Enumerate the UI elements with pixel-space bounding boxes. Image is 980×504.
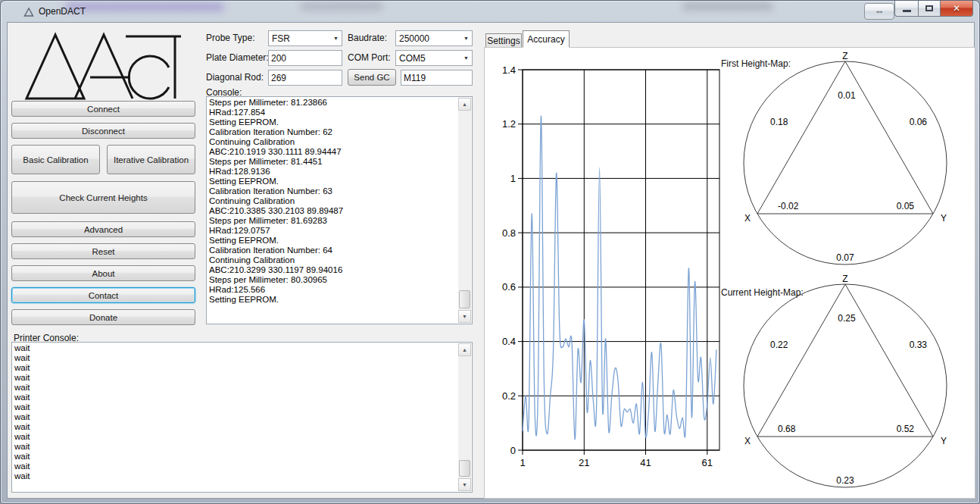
svg-text:61: 61 [702,457,713,468]
svg-text:1.2: 1.2 [502,118,516,130]
scroll-down-icon[interactable]: ▼ [458,478,471,491]
map1-value-right: 0.06 [910,117,928,127]
svg-text:1: 1 [510,173,516,184]
caption-buttons: ✕ [894,1,973,17]
svg-text:0.4: 0.4 [502,336,516,347]
printer-console-output[interactable]: wait wait wait wait wait wait wait wait … [11,342,473,493]
maximize-icon [925,5,933,11]
svg-text:0.8: 0.8 [502,227,516,239]
map1-vertex-z: Z [842,52,847,61]
tab-accuracy[interactable]: Accuracy [523,30,570,48]
close-button[interactable]: ✕ [940,1,973,17]
map1-value-top: 0.01 [838,90,856,101]
map2-value-left: 0.22 [770,340,788,350]
tab-settings[interactable]: Settings [485,33,522,48]
resize-arrows-icon: ⇔ [875,5,885,17]
window-title: OpenDACT [39,6,86,17]
minimize-icon [903,10,911,12]
scroll-up-icon[interactable]: ▲ [458,343,471,356]
svg-text:1: 1 [520,457,525,468]
console-text: Steps per Millimeter: 81.23866 HRad:127.… [209,98,457,323]
map2-value-right: 0.33 [910,340,928,350]
map1-vertex-y: Y [941,213,947,224]
first-height-map: Z X Y 0.01 0.18 0.06 -0.02 0.05 0.07 [740,52,960,273]
svg-text:41: 41 [640,457,651,468]
minimize-button[interactable] [894,1,918,17]
accuracy-chart: 00.20.40.60.811.21.41214161 [490,49,732,484]
com-port-value: COM5 [399,53,426,64]
plate-diameter-label: Plate Diameter: [206,52,269,63]
map1-vertex-x: X [744,213,751,224]
dropdown-arrow-icon: ▼ [463,55,469,61]
svg-text:0.2: 0.2 [502,390,516,402]
console-scrollbar-thumb[interactable] [459,290,470,308]
map2-value-bottom-right: 0.52 [897,424,915,434]
about-button[interactable]: About [11,265,195,281]
map2-value-bottom: 0.23 [836,475,854,486]
current-height-map: Z X Y 0.25 0.22 0.33 0.68 0.52 0.23 [740,274,960,496]
diagonal-rod-label: Diagonal Rod: [206,72,264,83]
map2-vertex-x: X [744,436,751,446]
baudrate-label: Baudrate: [348,33,387,43]
maximize-button[interactable] [918,1,940,17]
check-current-heights-button[interactable]: Check Current Heights [11,181,195,214]
baudrate-select[interactable]: 250000 ▼ [395,30,473,46]
donate-button[interactable]: Donate [11,309,195,325]
com-port-label: COM Port: [348,52,391,63]
titlebar-glass-blur [300,2,383,11]
scroll-down-icon[interactable]: ▼ [458,310,471,323]
contact-button[interactable]: Contact [11,287,195,303]
client-area: Connect Disconnect Basic Calibration Ite… [7,22,975,499]
reset-button[interactable]: Reset [11,243,195,259]
map2-value-bottom-left: 0.68 [778,424,796,434]
map1-value-bottom-left: -0.02 [778,201,799,211]
svg-text:21: 21 [579,457,589,468]
app-icon [23,7,34,17]
svg-text:0.6: 0.6 [502,281,516,293]
diagonal-rod-field[interactable] [268,70,342,86]
map2-value-top: 0.25 [838,313,856,324]
close-icon: ✕ [953,3,960,14]
dropdown-arrow-icon: ▼ [463,36,469,41]
svg-text:1.4: 1.4 [502,64,516,76]
send-gc-button[interactable]: Send GC [348,69,396,86]
titlebar-glass-blur [682,2,773,11]
titlebar-glass-blur [65,2,224,11]
plate-diameter-field[interactable] [268,50,342,66]
connect-button[interactable]: Connect [11,101,195,117]
console-scrollbar[interactable]: ▲ ▼ [458,98,471,323]
iterative-calibration-button[interactable]: Iterative Calibration [107,145,195,174]
map2-vertex-z: Z [842,274,847,284]
gcode-field[interactable] [401,70,473,86]
map1-value-bottom: 0.07 [836,252,854,263]
console-output[interactable]: Steps per Millimeter: 81.23866 HRad:127.… [206,96,473,324]
map2-vertex-y: Y [941,436,947,446]
disconnect-button[interactable]: Disconnect [11,123,195,139]
baudrate-value: 250000 [399,33,429,44]
dropdown-arrow-icon: ▼ [333,36,339,41]
printer-console-text: wait wait wait wait wait wait wait wait … [14,343,457,491]
probe-type-label: Probe Type: [206,33,255,43]
resize-window-button[interactable]: ⇔ [864,3,894,20]
advanced-button[interactable]: Advanced [11,221,195,237]
com-port-select[interactable]: COM5 ▼ [395,50,473,66]
svg-text:0: 0 [510,445,516,456]
basic-calibration-button[interactable]: Basic Calibration [11,145,100,174]
map1-value-left: 0.18 [770,117,788,127]
scroll-up-icon[interactable]: ▲ [458,98,471,111]
printer-console-scrollbar[interactable]: ▲ ▼ [458,343,471,491]
opendact-window: OpenDACT ⇔ ✕ Connect Disconnect Basic Ca… [0,0,980,504]
printer-console-scrollbar-thumb[interactable] [459,460,470,477]
probe-type-value: FSR [272,33,290,44]
probe-type-select[interactable]: FSR ▼ [268,30,342,46]
map1-value-bottom-right: 0.05 [897,201,915,211]
dact-logo [20,30,183,103]
titlebar[interactable]: OpenDACT ⇔ ✕ [1,1,979,22]
